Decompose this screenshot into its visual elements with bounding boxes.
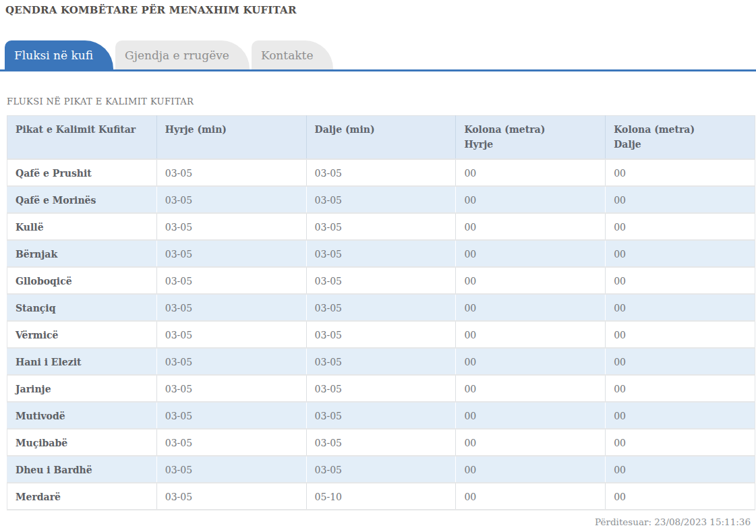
tab-bar: Fluksi në kufi Gjendja e rrugëve Kontakt… [0, 40, 756, 71]
queue-entry-value: 00 [456, 456, 606, 483]
queue-exit-value: 00 [606, 267, 755, 294]
table-row: Vërmicë03-0503-050000 [7, 321, 755, 348]
table-row: Mutivodë03-0503-050000 [7, 402, 755, 429]
column-header-queue-exit: Kolona (metra) Dalje [606, 116, 755, 160]
queue-entry-value: 00 [456, 321, 606, 348]
section-heading: FLUKSI NË PIKAT E KALIMIT KUFITAR [7, 96, 756, 107]
column-header-exit-min: Dalje (min) [306, 116, 456, 160]
exit-min-value: 03-05 [306, 456, 456, 483]
entry-min-value: 03-05 [156, 402, 306, 429]
table-body: Qafë e Prushit03-0503-050000Qafë e Morin… [7, 159, 755, 510]
table-row: Stançiq03-0503-050000 [7, 294, 755, 321]
exit-min-value: 03-05 [306, 267, 456, 294]
exit-min-value: 03-05 [306, 213, 456, 240]
tab-gjendja-e-rrugeve[interactable]: Gjendja e rrugëve [115, 40, 250, 69]
table-row: Bërnjak03-0503-050000 [7, 240, 755, 267]
exit-min-value: 03-05 [306, 294, 456, 321]
entry-min-value: 03-05 [156, 456, 306, 483]
queue-exit-value: 00 [606, 375, 755, 402]
crossing-point-name: Mutivodë [7, 402, 157, 429]
page: QENDRA KOMBËTARE PËR MENAXHIM KUFITAR Fl… [0, 4, 756, 532]
queue-entry-value: 00 [456, 213, 606, 240]
exit-min-value: 03-05 [306, 348, 456, 375]
entry-min-value: 03-05 [156, 213, 306, 240]
table-row: Qafë e Morinës03-0503-050000 [7, 186, 755, 213]
entry-min-value: 03-05 [156, 348, 306, 375]
table-row: Hani i Elezit03-0503-050000 [7, 348, 755, 375]
queue-entry-value: 00 [456, 348, 606, 375]
entry-min-value: 03-05 [156, 483, 306, 510]
column-header-queue-entry: Kolona (metra) Hyrje [456, 116, 606, 160]
entry-min-value: 03-05 [156, 186, 306, 213]
crossing-point-name: Vërmicë [7, 321, 157, 348]
exit-min-value: 03-05 [306, 429, 456, 456]
queue-entry-value: 00 [456, 186, 606, 213]
queue-exit-value: 00 [606, 402, 755, 429]
queue-exit-value: 00 [606, 294, 755, 321]
crossing-point-name: Qafë e Morinës [7, 186, 157, 213]
entry-min-value: 03-05 [156, 240, 306, 267]
table-row: Merdarë03-0505-100000 [7, 483, 755, 510]
queue-entry-value: 00 [456, 267, 606, 294]
table-row: Qafë e Prushit03-0503-050000 [7, 159, 755, 186]
table-row: Muçibabë03-0503-050000 [7, 429, 755, 456]
exit-min-value: 03-05 [306, 240, 456, 267]
entry-min-value: 03-05 [156, 294, 306, 321]
queue-exit-value: 00 [606, 456, 755, 483]
entry-min-value: 03-05 [156, 159, 306, 186]
queue-exit-value: 00 [606, 159, 755, 186]
table-row: Dheu i Bardhë03-0503-050000 [7, 456, 755, 483]
page-title: QENDRA KOMBËTARE PËR MENAXHIM KUFITAR [5, 4, 756, 16]
last-updated-text: Përditesuar: 23/08/2023 15:11:36 [0, 516, 751, 527]
entry-min-value: 03-05 [156, 267, 306, 294]
queue-entry-value: 00 [456, 375, 606, 402]
queue-exit-value: 00 [606, 429, 755, 456]
tab-label: Gjendja e rrugëve [125, 49, 229, 62]
crossing-point-name: Hani i Elezit [7, 348, 157, 375]
tab-fluksi-ne-kufi[interactable]: Fluksi në kufi [5, 40, 113, 69]
crossing-point-name: Jarinje [7, 375, 157, 402]
crossing-point-name: Dheu i Bardhë [7, 456, 157, 483]
exit-min-value: 03-05 [306, 321, 456, 348]
queue-exit-value: 00 [606, 321, 755, 348]
table-header: Pikat e Kalimit Kufitar Hyrje (min) Dalj… [7, 116, 755, 160]
table-row: Glloboqicë03-0503-050000 [7, 267, 755, 294]
entry-min-value: 03-05 [156, 429, 306, 456]
tab-label: Kontakte [261, 49, 314, 62]
queue-exit-value: 00 [606, 213, 755, 240]
crossing-point-name: Muçibabë [7, 429, 157, 456]
crossing-point-name: Kullë [7, 213, 157, 240]
queue-exit-value: 00 [606, 348, 755, 375]
table-row: Kullë03-0503-050000 [7, 213, 755, 240]
column-header-crossing-points: Pikat e Kalimit Kufitar [7, 116, 157, 160]
queue-entry-value: 00 [456, 294, 606, 321]
queue-exit-value: 00 [606, 483, 755, 510]
tab-label: Fluksi në kufi [14, 49, 93, 62]
queue-exit-value: 00 [606, 186, 755, 213]
crossing-point-name: Bërnjak [7, 240, 157, 267]
exit-min-value: 05-10 [306, 483, 456, 510]
queue-entry-value: 00 [456, 429, 606, 456]
column-header-entry-min: Hyrje (min) [156, 116, 306, 160]
border-flow-table: Pikat e Kalimit Kufitar Hyrje (min) Dalj… [7, 115, 755, 510]
queue-entry-value: 00 [456, 159, 606, 186]
border-flow-table-wrap: Pikat e Kalimit Kufitar Hyrje (min) Dalj… [7, 115, 755, 510]
crossing-point-name: Stançiq [7, 294, 157, 321]
queue-entry-value: 00 [456, 483, 606, 510]
exit-min-value: 03-05 [306, 159, 456, 186]
exit-min-value: 03-05 [306, 402, 456, 429]
queue-entry-value: 00 [456, 240, 606, 267]
table-row: Jarinje03-0503-050000 [7, 375, 755, 402]
queue-entry-value: 00 [456, 402, 606, 429]
crossing-point-name: Glloboqicë [7, 267, 157, 294]
tab-kontakte[interactable]: Kontakte [252, 40, 334, 69]
crossing-point-name: Qafë e Prushit [7, 159, 157, 186]
exit-min-value: 03-05 [306, 375, 456, 402]
entry-min-value: 03-05 [156, 375, 306, 402]
crossing-point-name: Merdarë [7, 483, 157, 510]
queue-exit-value: 00 [606, 240, 755, 267]
entry-min-value: 03-05 [156, 321, 306, 348]
exit-min-value: 03-05 [306, 186, 456, 213]
